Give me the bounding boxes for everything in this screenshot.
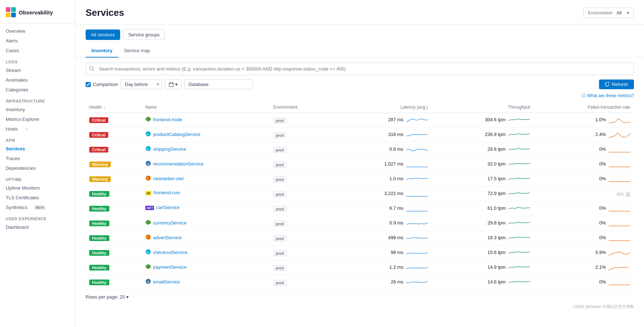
sidebar-item-overview[interactable]: Overview bbox=[0, 26, 75, 36]
health-cell: Healthy bbox=[86, 187, 142, 201]
service-icon bbox=[145, 264, 151, 271]
sidebar-item-uptime-monitors[interactable]: Uptime Monitors bbox=[0, 183, 75, 193]
table-row: Healthy J advertService prod 499 ms 16.3… bbox=[86, 231, 634, 246]
health-cell: Critical bbox=[86, 113, 142, 128]
col-throughput[interactable]: Throughput bbox=[431, 102, 534, 113]
env-cell: prod bbox=[270, 201, 331, 216]
env-cell: prod bbox=[270, 187, 331, 201]
health-badge: Healthy bbox=[89, 206, 109, 212]
metrics-help-link[interactable]: ⓘ What are these metrics? bbox=[582, 93, 634, 98]
table-row: Critical go shippingService prod 0.8 ms … bbox=[86, 142, 634, 157]
day-before-select[interactable]: Day before Week before bbox=[121, 80, 162, 89]
sparkline bbox=[508, 278, 530, 286]
service-name-link[interactable]: frontend-node bbox=[153, 117, 182, 122]
rows-per-page-label: Rows per page: 25 bbox=[86, 294, 125, 300]
throughput-cell: 15.6 tpm bbox=[431, 246, 534, 260]
col-latency[interactable]: Latency (avg.) bbox=[331, 102, 431, 113]
comparison-checkbox[interactable] bbox=[86, 82, 91, 87]
svg-rect-3 bbox=[11, 13, 16, 17]
col-environment[interactable]: Environment bbox=[270, 102, 331, 113]
throughput-cell: 61.0 tpm bbox=[431, 201, 534, 216]
sparkline bbox=[406, 249, 428, 257]
sparkline bbox=[406, 175, 428, 183]
service-name-link[interactable]: checkoutService bbox=[153, 250, 187, 255]
env-cell: prod bbox=[270, 216, 331, 231]
service-name-link[interactable]: cartService bbox=[156, 205, 180, 210]
latency-cell: 287 ms bbox=[331, 113, 431, 128]
health-cell: Healthy bbox=[86, 231, 142, 246]
throughput-value: 61.0 tpm bbox=[486, 205, 506, 211]
search-input[interactable] bbox=[86, 63, 634, 75]
failed-rate-value: 2.4% bbox=[586, 132, 606, 137]
sidebar-item-stream[interactable]: Stream bbox=[0, 65, 75, 75]
service-icon: go bbox=[145, 249, 151, 256]
sidebar-item-synthetics[interactable]: Synthetics BETA bbox=[0, 203, 75, 212]
service-toggle-row: All services Service groups bbox=[76, 24, 644, 40]
service-icon: py bbox=[145, 278, 151, 285]
service-name-link[interactable]: emailService bbox=[153, 279, 180, 285]
env-cell: prod bbox=[270, 260, 331, 275]
col-name[interactable]: Name bbox=[142, 102, 270, 113]
failed-rate-cell: 0% bbox=[534, 201, 634, 216]
sidebar-item-categories[interactable]: Categories bbox=[0, 85, 75, 95]
table-row: Healthy .NET cartService prod 6.7 ms 61.… bbox=[86, 201, 634, 216]
service-name-link[interactable]: paymentService bbox=[153, 264, 187, 270]
service-name-link[interactable]: currencyService bbox=[153, 220, 187, 226]
sidebar-item-metrics-explorer[interactable]: Metrics Explorer bbox=[0, 114, 75, 124]
health-cell: Critical bbox=[86, 142, 142, 157]
throughput-value: 16.3 tpm bbox=[486, 235, 506, 240]
health-cell: Healthy bbox=[86, 275, 142, 290]
table-row: Healthy paymentService prod 1.2 ms 14.9 … bbox=[86, 260, 634, 275]
environment-selector[interactable]: Environment All ▾ bbox=[583, 8, 634, 18]
throughput-value: 304.6 tpm bbox=[485, 117, 506, 122]
all-services-button[interactable]: All services bbox=[86, 29, 120, 40]
sidebar-item-tls-certs[interactable]: TLS Certificates bbox=[0, 193, 75, 203]
env-value: All bbox=[617, 10, 622, 15]
health-cell: Healthy bbox=[86, 201, 142, 216]
sparkline bbox=[609, 160, 630, 168]
health-cell: Healthy bbox=[86, 260, 142, 275]
env-cell: prod bbox=[270, 172, 331, 187]
service-name-link[interactable]: advertService bbox=[153, 235, 182, 240]
service-name-link[interactable]: productCatalogService bbox=[153, 132, 201, 137]
sidebar-item-hosts[interactable]: Hosts ⚠ bbox=[0, 124, 75, 134]
throughput-cell: 16.3 tpm bbox=[431, 231, 534, 246]
sparkline bbox=[508, 175, 530, 183]
tab-service-map[interactable]: Service map bbox=[118, 44, 156, 58]
env-cell: prod bbox=[270, 157, 331, 172]
throughput-value: 17.5 tpm bbox=[486, 176, 506, 181]
service-name-link[interactable]: recommendationService bbox=[153, 161, 204, 167]
sidebar-item-dependencies[interactable]: Dependencies bbox=[0, 163, 75, 173]
sidebar-item-anomalies[interactable]: Anomalies bbox=[0, 75, 75, 85]
svg-text:J: J bbox=[147, 177, 148, 180]
calendar-button[interactable]: ▾ bbox=[165, 80, 182, 89]
col-failed-rate[interactable]: Failed transaction rate bbox=[534, 102, 634, 113]
database-input[interactable] bbox=[185, 80, 253, 89]
svg-marker-19 bbox=[146, 220, 151, 225]
env-label: Environment bbox=[588, 10, 612, 15]
sidebar-item-dashboard[interactable]: Dashboard bbox=[0, 222, 75, 232]
sidebar-section-uptime: Uptime bbox=[0, 173, 75, 183]
service-name-link[interactable]: frontend-rum bbox=[154, 190, 180, 195]
refresh-button[interactable]: Refresh bbox=[599, 80, 634, 89]
tabs-row: Inventory Service map bbox=[76, 44, 644, 58]
env-tag: prod bbox=[273, 162, 286, 168]
tab-inventory[interactable]: Inventory bbox=[86, 44, 118, 58]
failed-rate-cell: 2.1% bbox=[534, 260, 634, 275]
service-groups-button[interactable]: Service groups bbox=[123, 29, 165, 40]
sidebar-item-cases[interactable]: Cases bbox=[0, 46, 75, 55]
service-icon: go bbox=[145, 131, 151, 138]
name-cell: currencyService bbox=[142, 216, 270, 230]
service-icon: JS bbox=[145, 190, 151, 195]
service-name-link[interactable]: shippingService bbox=[153, 146, 186, 152]
col-health[interactable]: Health ↓ bbox=[86, 102, 142, 113]
sidebar-item-services[interactable]: Services bbox=[0, 144, 75, 154]
failed-rate-cell: N/A ⬜ bbox=[534, 187, 634, 201]
sidebar-section-apm: APM bbox=[0, 134, 75, 144]
sidebar-item-alerts[interactable]: Alerts bbox=[0, 36, 75, 46]
service-name-link[interactable]: newsletter-otel bbox=[153, 176, 184, 181]
sidebar-item-traces[interactable]: Traces bbox=[0, 154, 75, 163]
table-row: Warning py recommendationService prod 1,… bbox=[86, 157, 634, 172]
sidebar-item-infra-inventory[interactable]: Inventory bbox=[0, 105, 75, 114]
latency-value: 26 ms bbox=[384, 279, 403, 285]
